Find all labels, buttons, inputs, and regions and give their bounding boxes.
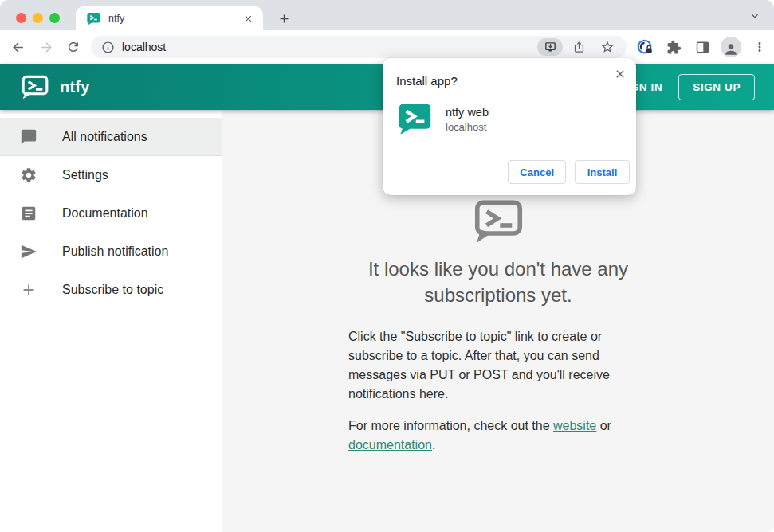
- ntfy-logo-gray-icon: [473, 199, 524, 244]
- extension-area: [635, 37, 770, 57]
- forward-button[interactable]: [35, 36, 57, 58]
- empty-state-heading: It looks like you don't have any subscri…: [339, 256, 658, 308]
- sign-up-button[interactable]: SIGN UP: [678, 74, 755, 100]
- paragraph-text: .: [432, 438, 435, 452]
- sidebar-item-settings[interactable]: Settings: [0, 156, 222, 194]
- back-button[interactable]: [6, 36, 29, 58]
- sidebar-item-subscribe-to-topic[interactable]: Subscribe to topic: [0, 271, 222, 309]
- ntfy-logo-icon: [21, 75, 49, 100]
- share-icon[interactable]: [566, 38, 591, 56]
- reload-button[interactable]: [62, 36, 84, 58]
- window-close-button[interactable]: [16, 13, 26, 23]
- tab-close-icon[interactable]: [241, 11, 255, 25]
- bookmark-star-icon[interactable]: [595, 38, 620, 56]
- profile-avatar-icon[interactable]: [721, 37, 741, 57]
- article-icon: [20, 205, 37, 222]
- extensions-puzzle-icon[interactable]: [663, 37, 684, 57]
- dialog-title: Install app?: [396, 74, 623, 88]
- sidebar-item-label: Documentation: [62, 206, 148, 221]
- website-link[interactable]: website: [553, 419, 596, 432]
- ntfy-app-icon: [399, 103, 431, 135]
- menu-dots-icon[interactable]: [749, 37, 770, 57]
- sidebar-item-label: Publish notification: [62, 244, 168, 259]
- address-bar[interactable]: localhost: [91, 36, 627, 58]
- side-panel-icon[interactable]: [692, 37, 713, 57]
- traffic-lights: [16, 13, 60, 23]
- dialog-close-icon[interactable]: [611, 65, 629, 83]
- sidebar-item-label: All notifications: [62, 130, 147, 144]
- gear-icon: [20, 166, 37, 184]
- url-text: localhost: [122, 41, 534, 53]
- new-tab-button[interactable]: [274, 9, 293, 28]
- sidebar: All notifications Settings Documentation…: [0, 110, 222, 532]
- cancel-button[interactable]: Cancel: [508, 160, 566, 184]
- paragraph-text: For more information, check out the: [348, 419, 553, 432]
- dialog-app-name: ntfy web: [446, 106, 489, 119]
- sidebar-item-documentation[interactable]: Documentation: [0, 194, 222, 233]
- tab-title: ntfy: [108, 13, 241, 24]
- window-minimize-button[interactable]: [33, 13, 43, 23]
- sidebar-item-label: Settings: [62, 168, 108, 182]
- empty-state-paragraph-links: For more information, check out the webs…: [348, 417, 626, 455]
- chat-bubble-icon: [20, 128, 37, 146]
- password-manager-extension-icon[interactable]: [635, 37, 655, 57]
- dialog-app-text: ntfy web localhost: [446, 106, 489, 133]
- browser-tab-ntfy[interactable]: ntfy: [76, 6, 263, 30]
- empty-state-paragraph: Click the "Subscribe to topic" link to c…: [348, 327, 626, 404]
- tab-search-chevron-icon[interactable]: [747, 10, 763, 22]
- dialog-actions: Cancel Install: [508, 160, 630, 184]
- browser-window: ntfy localhost: [0, 0, 774, 532]
- sidebar-item-all-notifications[interactable]: All notifications: [0, 118, 222, 156]
- dialog-app-row: ntfy web localhost: [399, 103, 623, 135]
- window-zoom-button[interactable]: [49, 13, 60, 23]
- dialog-app-origin: localhost: [446, 121, 489, 133]
- documentation-link[interactable]: documentation: [348, 438, 432, 452]
- install-button[interactable]: Install: [575, 160, 630, 184]
- send-icon: [20, 243, 37, 260]
- sidebar-item-label: Subscribe to topic: [62, 283, 163, 297]
- install-app-omnibox-icon[interactable]: [537, 38, 563, 56]
- site-info-icon[interactable]: [100, 40, 115, 54]
- paragraph-text: or: [596, 419, 611, 432]
- install-app-dialog: Install app? ntfy web localhost Cancel I…: [383, 58, 636, 195]
- plus-icon: [20, 281, 37, 299]
- sidebar-item-publish-notification[interactable]: Publish notification: [0, 233, 222, 271]
- tab-strip: ntfy: [0, 0, 774, 30]
- ntfy-favicon-icon: [87, 12, 100, 25]
